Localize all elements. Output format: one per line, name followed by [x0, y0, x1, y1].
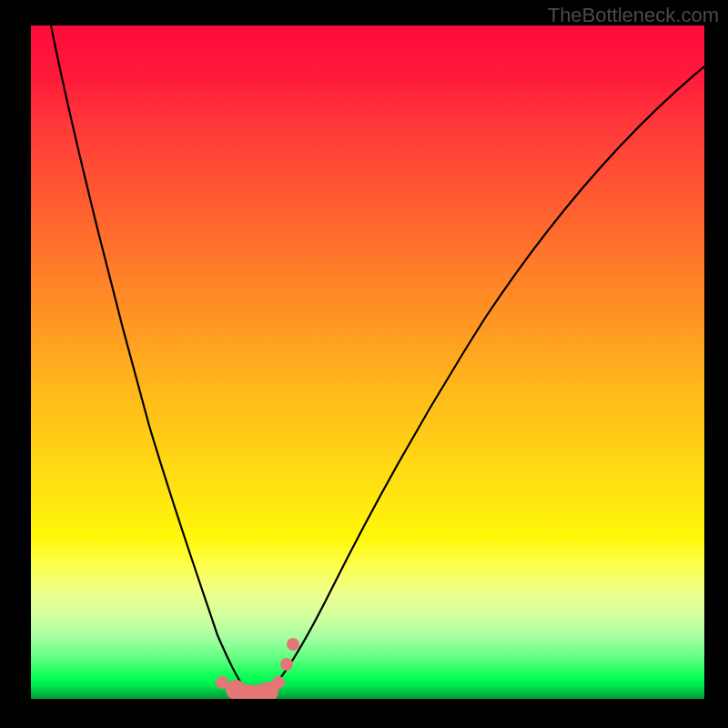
reference-dot	[280, 658, 293, 671]
reference-points	[31, 25, 704, 699]
reference-dot	[287, 638, 299, 651]
chart-plot-area	[31, 25, 704, 699]
reference-dot	[272, 676, 285, 689]
watermark-text: TheBottleneck.com	[548, 4, 719, 27]
